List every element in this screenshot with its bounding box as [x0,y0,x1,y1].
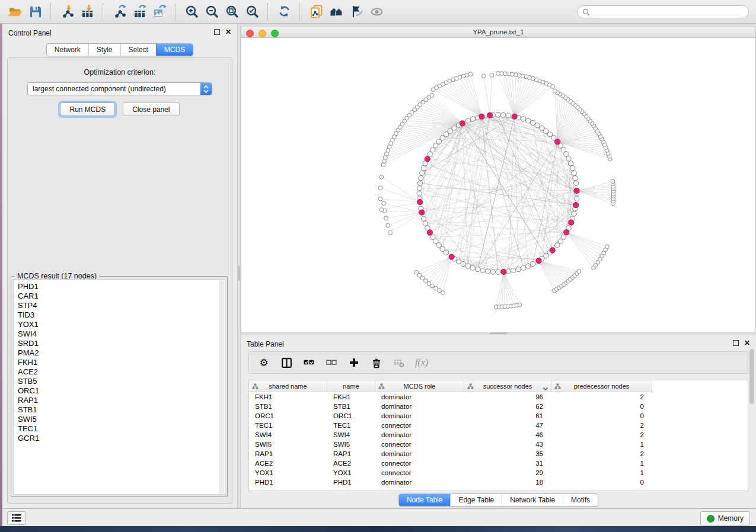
close-panel-button[interactable]: Close panel [123,102,179,116]
table-row[interactable]: ACE2ACE2connector311 [249,459,748,468]
mcds-result-item[interactable]: SWI5 [18,415,225,424]
table-row[interactable]: STB1STB1dominator620 [249,402,748,411]
show-graphics-button[interactable] [366,3,387,21]
fx-icon: f(x) [415,357,428,368]
criterion-select[interactable]: largest connected component (undirected) [27,82,212,95]
refresh-button[interactable] [274,3,294,21]
tab-node-table[interactable]: Node Table [399,494,451,506]
table-row[interactable]: PHD1PHD1dominator180 [249,477,748,487]
create-column-button[interactable] [345,354,363,371]
tab-network-table[interactable]: Network Table [502,494,563,506]
table-cell: 29 [464,468,551,477]
table-settings-button[interactable]: ⚙ [255,354,273,371]
close-window-button[interactable] [246,30,254,37]
export-network-button[interactable] [109,3,129,21]
clone-network-button[interactable] [306,3,326,21]
tab-network[interactable]: Network [47,44,88,56]
close-table-panel-icon[interactable]: ✕ [744,340,750,346]
mcds-result-item[interactable]: TEC1 [18,424,225,434]
mcds-result-item[interactable]: PMA2 [18,348,225,358]
network-window-titlebar[interactable]: YPA_prune.txt_1 [241,27,755,38]
run-mcds-button[interactable]: Run MCDS [60,102,115,116]
mcds-result-item[interactable]: STB5 [18,377,225,386]
delete-column-button[interactable] [368,354,385,371]
network-canvas[interactable] [241,38,755,332]
table-scrollbar-thumb[interactable] [749,349,754,404]
export-table-button[interactable] [129,3,149,21]
tab-style[interactable]: Style [88,44,120,56]
column-header-shared-name[interactable]: shared name [249,380,327,392]
tab-motifs[interactable]: Motifs [563,494,598,506]
table-row[interactable]: SWI4SWI4dominator462 [249,430,748,440]
mcds-result-item[interactable]: SWI4 [18,329,225,339]
table-cell: 18 [464,477,551,487]
desktop-wallpaper-bottom [0,526,756,532]
table-cell: 2 [551,449,652,459]
mcds-result-item[interactable]: FKH1 [18,358,225,367]
table-cell: 47 [464,421,551,430]
main-toolbar [0,0,756,24]
mcds-result-item[interactable]: SRD1 [18,339,225,348]
mcds-result-item[interactable]: STB1 [18,405,225,415]
mcds-result-item[interactable]: YOX1 [18,320,225,329]
task-history-button[interactable] [7,511,26,525]
mcds-result-item[interactable]: ACE2 [18,367,225,377]
mcds-result-item[interactable]: ORC1 [18,386,225,396]
mcds-list-scrollbar[interactable] [219,280,224,493]
table-cell: dominator [375,430,464,440]
export-image-button[interactable] [149,3,170,21]
delete-table-icon [394,358,404,368]
hide-graphics-button[interactable] [346,3,366,21]
workspace-region: YPA_prune.txt_1 Table Panel ✕ ⚙ f(x [241,24,756,508]
function-builder-button[interactable]: f(x) [413,354,430,371]
table-row[interactable]: SWI5SWI5connector431 [249,440,748,449]
close-panel-icon[interactable]: ✕ [225,29,231,35]
table-row[interactable]: FKH1FKH1dominator962 [249,392,748,402]
mcds-result-item[interactable]: GCR1 [18,434,225,443]
network-overview-button[interactable] [326,3,346,21]
network-overview-icon [329,4,344,19]
deselect-all-button[interactable] [323,354,340,371]
open-session-button[interactable] [5,3,25,21]
gear-icon: ⚙ [259,358,268,368]
delete-table-button[interactable] [390,354,408,371]
import-network-button[interactable] [57,3,77,21]
memory-button[interactable]: Memory [700,511,750,525]
save-session-button[interactable] [25,3,45,21]
table-cell: FKH1 [327,392,375,402]
mcds-result-item[interactable]: PHD1 [18,282,225,291]
column-header-name[interactable]: name [327,380,375,392]
memory-label: Memory [718,514,744,523]
table-row[interactable]: RAP1RAP1dominator352 [249,449,748,459]
tab-edge-table[interactable]: Edge Table [450,494,502,506]
tab-select[interactable]: Select [120,44,156,56]
column-header-successor-nodes[interactable]: successor nodes [464,380,551,392]
zoom-selected-button[interactable] [242,3,262,21]
table-cell: connector [375,459,464,468]
toolbar-separator [175,4,176,20]
table-row[interactable]: TEC1TEC1connector472 [249,421,748,430]
mcds-result-item[interactable]: STP4 [18,301,225,310]
import-table-button[interactable] [77,3,97,21]
control-panel-tabs: NetworkStyleSelectMCDS [46,43,193,56]
mcds-result-item[interactable]: TID3 [18,310,225,320]
select-all-button[interactable] [300,354,318,371]
zoom-in-button[interactable] [181,3,202,21]
table-row[interactable]: YOX1YOX1connector291 [249,468,748,477]
show-columns-button[interactable] [277,354,295,371]
mcds-result-item[interactable]: CAR1 [18,291,225,301]
maximize-window-button[interactable] [271,30,279,37]
zoom-out-button[interactable] [202,3,222,21]
column-header-predecessor-nodes[interactable]: predecessor nodes [551,380,652,392]
float-panel-icon[interactable] [214,29,220,35]
zoom-fit-button[interactable] [222,3,242,21]
mcds-result-item[interactable]: RAP1 [18,396,225,405]
column-header-MCDS-role[interactable]: MCDS role [375,380,464,392]
column-type-icon [252,383,259,390]
table-row[interactable]: ORC1ORC1dominator610 [249,411,748,421]
float-table-panel-icon[interactable] [733,340,739,346]
import-network-icon [60,4,75,19]
search-input[interactable] [590,6,748,18]
minimize-window-button[interactable] [259,30,266,37]
tab-mcds[interactable]: MCDS [156,44,193,56]
